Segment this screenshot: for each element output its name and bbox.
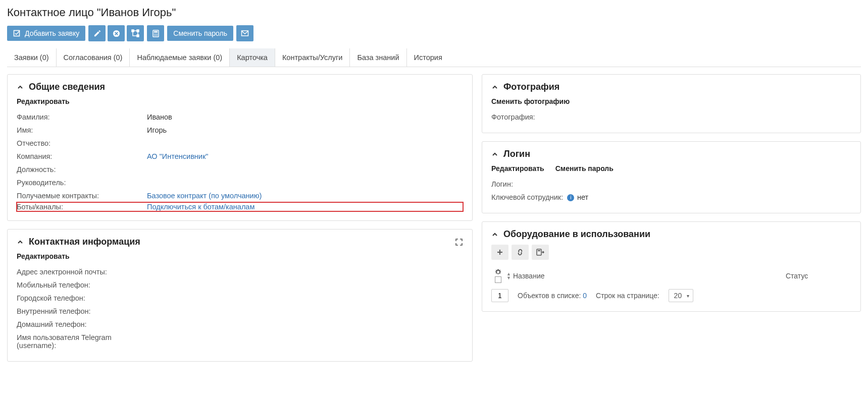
contact-title: Контактная информация xyxy=(29,237,450,247)
bots-label: Боты/каналы: xyxy=(17,203,147,211)
change-photo-link[interactable]: Сменить фотографию xyxy=(491,97,570,105)
equipment-link-button[interactable] xyxy=(512,245,529,260)
city-phone-label: Городской телефон: xyxy=(17,294,147,302)
mail-button[interactable] xyxy=(236,25,253,41)
tab-approvals[interactable]: Согласования (0) xyxy=(57,48,130,67)
tab-knowledge[interactable]: База знаний xyxy=(350,48,406,67)
telegram-label: Имя пользователя Telegram (username): xyxy=(17,333,147,350)
svg-rect-4 xyxy=(137,35,139,37)
chevron-up-icon[interactable] xyxy=(491,84,498,91)
mobile-label: Мобильный телефон: xyxy=(17,281,147,289)
select-all-checkbox[interactable] xyxy=(495,276,501,283)
login-panel: Логин Редактировать Сменить пароль Логин… xyxy=(482,141,861,213)
mobile-value xyxy=(147,281,463,289)
surname-value: Иванов xyxy=(147,113,463,121)
svg-point-9 xyxy=(157,33,158,34)
sort-icon[interactable]: ▲▼ xyxy=(506,272,511,280)
calculator-button[interactable] xyxy=(147,25,164,41)
tab-tickets[interactable]: Заявки (0) xyxy=(7,48,57,67)
change-password-button[interactable]: Сменить пароль xyxy=(167,26,233,41)
main-toolbar: Добавить заявку xyxy=(7,25,861,41)
login-change-pw-link[interactable]: Сменить пароль xyxy=(555,164,614,173)
col-name-header[interactable]: Название xyxy=(513,272,545,280)
page-title: Контактное лицо "Иванов Игорь" xyxy=(7,6,861,19)
svg-point-12 xyxy=(157,35,158,36)
tab-card[interactable]: Карточка xyxy=(230,48,275,67)
key-employee-value: нет xyxy=(577,193,851,201)
equipment-table-header: ▲▼ Название Статус xyxy=(491,266,851,289)
plus-icon xyxy=(496,249,503,256)
hierarchy-icon xyxy=(131,29,139,37)
home-phone-label: Домашний телефон: xyxy=(17,320,147,328)
city-phone-value xyxy=(147,294,463,302)
contact-panel: Контактная информация Редактировать Адре… xyxy=(7,229,473,362)
manager-label: Руководитель: xyxy=(17,179,147,187)
gear-icon[interactable] xyxy=(495,269,501,275)
general-title: Общие сведения xyxy=(29,82,463,92)
internal-phone-value xyxy=(147,307,463,315)
equipment-panel: Оборудование в использовании xyxy=(482,221,861,312)
contracts-link[interactable]: Базовое контракт (по умолчанию) xyxy=(147,192,463,200)
name-label: Имя: xyxy=(17,126,147,134)
svg-rect-14 xyxy=(537,249,541,255)
chevron-up-icon[interactable] xyxy=(491,151,498,158)
add-ticket-button[interactable]: Добавить заявку xyxy=(7,26,85,41)
svg-point-10 xyxy=(154,35,155,36)
company-link[interactable]: АО "Интенсивник" xyxy=(147,152,463,160)
chevron-up-icon[interactable] xyxy=(17,84,24,91)
surname-label: Фамилия: xyxy=(17,113,147,121)
photo-value xyxy=(577,113,851,121)
page-input[interactable] xyxy=(491,289,508,302)
equipment-add-button[interactable] xyxy=(491,245,508,260)
chevron-up-icon[interactable] xyxy=(491,231,498,238)
pencil-icon xyxy=(93,30,101,37)
svg-rect-3 xyxy=(137,30,139,32)
tab-watched[interactable]: Наблюдаемые заявки (0) xyxy=(130,48,230,67)
svg-point-11 xyxy=(155,35,156,36)
delete-button[interactable] xyxy=(108,25,125,41)
calculator-icon xyxy=(152,30,160,37)
tab-history[interactable]: История xyxy=(407,48,449,67)
email-value xyxy=(147,268,463,276)
key-employee-label: Ключевой сотрудник: i xyxy=(491,193,577,201)
objects-count: 0 xyxy=(583,292,587,300)
svg-rect-15 xyxy=(538,250,540,251)
svg-point-8 xyxy=(155,33,156,34)
equipment-export-button[interactable] xyxy=(532,245,549,260)
change-password-label: Сменить пароль xyxy=(173,29,227,37)
info-icon[interactable]: i xyxy=(567,194,574,201)
tabs: Заявки (0) Согласования (0) Наблюдаемые … xyxy=(7,48,861,67)
expand-icon[interactable] xyxy=(455,238,463,246)
edit-button[interactable] xyxy=(88,25,106,41)
login-label: Логин: xyxy=(491,180,577,188)
contact-edit-link[interactable]: Редактировать xyxy=(17,252,70,260)
envelope-icon xyxy=(241,29,249,37)
checkbox-edit-icon xyxy=(13,29,21,37)
patronymic-value xyxy=(147,139,463,147)
login-edit-link[interactable]: Редактировать xyxy=(491,164,544,173)
name-value: Игорь xyxy=(147,126,463,134)
contracts-label: Получаемые контракты: xyxy=(17,192,147,200)
add-ticket-label: Добавить заявку xyxy=(25,29,79,37)
equipment-title: Оборудование в использовании xyxy=(503,229,851,240)
col-status-header[interactable]: Статус xyxy=(786,272,851,280)
internal-phone-label: Внутренний телефон: xyxy=(17,307,147,315)
general-edit-link[interactable]: Редактировать xyxy=(17,97,70,105)
telegram-value xyxy=(147,333,463,350)
manager-value xyxy=(147,179,463,187)
rows-per-page-select[interactable]: 20 xyxy=(669,289,694,302)
login-value xyxy=(577,180,851,188)
tab-contracts[interactable]: Контракты/Услуги xyxy=(275,48,350,67)
tree-button[interactable] xyxy=(127,25,144,41)
bots-link[interactable]: Подключиться к ботам/каналам xyxy=(147,203,463,211)
patronymic-label: Отчество: xyxy=(17,139,147,147)
svg-rect-6 xyxy=(154,31,158,32)
login-title: Логин xyxy=(503,149,851,159)
position-value xyxy=(147,165,463,174)
home-phone-value xyxy=(147,320,463,328)
photo-title: Фотография xyxy=(503,82,851,92)
chevron-up-icon[interactable] xyxy=(17,239,24,246)
equipment-pager: Объектов в списке: 0 Строк на странице: … xyxy=(491,289,851,302)
objects-label: Объектов в списке: xyxy=(518,292,581,300)
company-label: Компания: xyxy=(17,152,147,160)
